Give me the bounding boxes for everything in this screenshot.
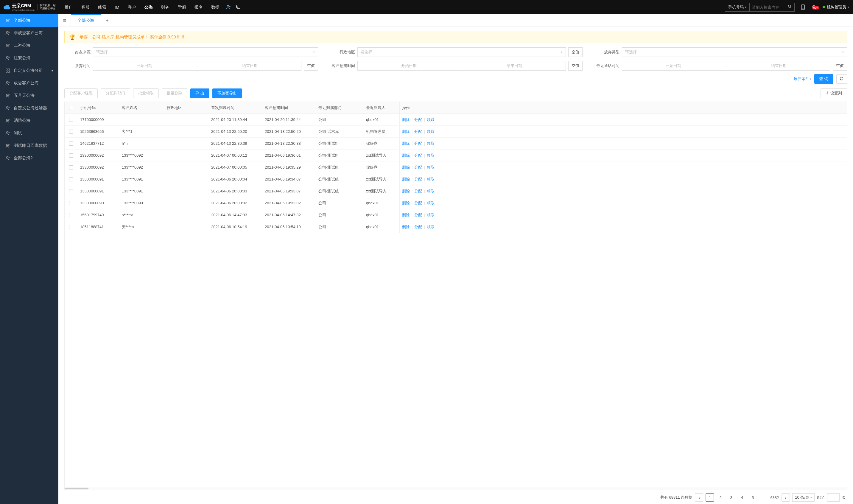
row-claim-link[interactable]: 领取 <box>427 200 435 206</box>
sidebar-item-测试昨日回库数据[interactable]: 测试昨日回库数据 <box>0 139 58 152</box>
row-delete-link[interactable]: 删除 <box>402 129 410 134</box>
nav-财务[interactable]: 财务 <box>157 0 174 14</box>
set-columns-button[interactable]: 设置列 <box>820 88 847 98</box>
row-delete-link[interactable]: 删除 <box>402 224 410 230</box>
assign-dept-button[interactable]: 分配到部门 <box>101 88 130 98</box>
pager-page[interactable]: 4 <box>738 493 746 502</box>
filter-select[interactable]: 请选择▾ <box>93 47 318 57</box>
nav-公海[interactable]: 公海 <box>140 0 157 14</box>
search-icon[interactable] <box>785 4 794 10</box>
sidebar-item-测试[interactable]: 测试 <box>0 127 58 139</box>
row-delete-link[interactable]: 删除 <box>402 141 410 146</box>
tab-add-button[interactable]: + <box>101 14 113 26</box>
row-assign-link[interactable]: 分配 <box>414 177 422 182</box>
row-checkbox[interactable] <box>69 201 73 205</box>
sidebar-item-注安公海[interactable]: 注安公海 <box>0 52 58 64</box>
row-delete-link[interactable]: 删除 <box>402 188 410 194</box>
tabs-toggle-icon[interactable] <box>58 14 71 26</box>
tab-all-pool[interactable]: 全部公海 <box>71 14 101 26</box>
refresh-button[interactable] <box>836 74 847 84</box>
row-delete-link[interactable]: 删除 <box>402 165 410 170</box>
row-assign-link[interactable]: 分配 <box>414 153 422 158</box>
pager-next[interactable]: › <box>781 493 790 502</box>
pager-page[interactable]: 5 <box>748 493 757 502</box>
filter-null-button[interactable]: 空值 <box>568 61 583 71</box>
nav-推广[interactable]: 推广 <box>60 0 77 14</box>
sidebar-item-二咨公海[interactable]: 二咨公海 <box>0 39 58 52</box>
pager-page[interactable]: 6882 <box>770 493 779 502</box>
row-checkbox[interactable] <box>69 118 73 122</box>
row-assign-link[interactable]: 分配 <box>414 188 422 194</box>
row-checkbox[interactable] <box>69 130 73 134</box>
row-delete-link[interactable]: 删除 <box>402 200 410 206</box>
mobile-icon[interactable] <box>798 4 808 10</box>
batch-claim-button[interactable]: 批量领取 <box>133 88 159 98</box>
sidebar-item-成交客户公海[interactable]: 成交客户公海 <box>0 77 58 89</box>
pager-page[interactable]: 1 <box>706 493 714 502</box>
row-checkbox[interactable] <box>69 142 73 146</box>
row-claim-link[interactable]: 领取 <box>427 117 435 122</box>
sidebar-item-五月天公海[interactable]: 五月天公海 <box>0 89 58 102</box>
row-claim-link[interactable]: 领取 <box>427 153 435 158</box>
filter-null-button[interactable]: 空值 <box>568 47 583 57</box>
sidebar-item-非成交客户公海[interactable]: 非成交客户公海 <box>0 27 58 39</box>
user-dropdown[interactable]: 机构管理员 ▾ <box>823 4 849 10</box>
row-delete-link[interactable]: 删除 <box>402 177 410 182</box>
row-claim-link[interactable]: 领取 <box>427 188 435 194</box>
row-claim-link[interactable]: 领取 <box>427 141 435 146</box>
row-claim-link[interactable]: 领取 <box>427 129 435 134</box>
pager-prev[interactable]: ‹ <box>695 493 703 502</box>
phone-icon[interactable] <box>233 5 243 10</box>
add-user-icon[interactable] <box>224 4 233 10</box>
nav-客户[interactable]: 客户 <box>124 0 140 14</box>
page-size-select[interactable]: 10 条/页▾ <box>792 493 815 502</box>
row-delete-link[interactable]: 删除 <box>402 153 410 158</box>
filter-select[interactable]: 请选择▾ <box>622 47 847 57</box>
sidebar-item-消防公海[interactable]: 消防公海 <box>0 114 58 127</box>
export-noenc-button[interactable]: 不加密导出 <box>212 88 242 98</box>
row-checkbox[interactable] <box>69 177 73 181</box>
nav-线索[interactable]: 线索 <box>94 0 110 14</box>
nav-报名[interactable]: 报名 <box>190 0 207 14</box>
export-button[interactable]: 导 出 <box>190 88 210 98</box>
filter-date-range[interactable]: 开始日期~结束日期 <box>93 61 302 71</box>
nav-IM[interactable]: IM <box>110 0 124 14</box>
nav-数据[interactable]: 数据 <box>207 0 224 14</box>
nav-学服[interactable]: 学服 <box>174 0 190 14</box>
row-claim-link[interactable]: 领取 <box>427 224 435 230</box>
sidebar-item-自定义公海分组[interactable]: 自定义公海分组▾ <box>0 64 58 77</box>
filter-null-button[interactable]: 空值 <box>833 61 847 71</box>
sidebar-item-自定义公海过滤器[interactable]: 自定义公海过滤器 <box>0 102 58 114</box>
row-checkbox[interactable] <box>69 225 73 229</box>
row-checkbox[interactable] <box>69 154 73 158</box>
select-all-checkbox[interactable] <box>69 106 73 110</box>
row-claim-link[interactable]: 领取 <box>427 177 435 182</box>
horizontal-scrollbar[interactable] <box>65 487 847 490</box>
assign-manager-button[interactable]: 分配客户经理 <box>64 88 98 98</box>
row-checkbox[interactable] <box>69 189 73 193</box>
sidebar-item-全部公海2[interactable]: 全部公海2 <box>0 152 58 164</box>
search-button[interactable]: 查 询 <box>814 74 833 84</box>
nav-客服[interactable]: 客服 <box>77 0 94 14</box>
row-assign-link[interactable]: 分配 <box>414 224 422 230</box>
batch-delete-button[interactable]: 批量删除 <box>162 88 187 98</box>
filter-date-range[interactable]: 开始日期~结束日期 <box>358 61 566 71</box>
filter-null-button[interactable]: 空值 <box>304 61 318 71</box>
row-delete-link[interactable]: 删除 <box>402 117 410 122</box>
search-type-select[interactable]: 手机号码▾ <box>725 3 750 11</box>
pager-jump-input[interactable] <box>827 493 840 502</box>
row-assign-link[interactable]: 分配 <box>414 200 422 206</box>
row-assign-link[interactable]: 分配 <box>414 117 422 122</box>
pager-page[interactable]: 3 <box>727 493 736 502</box>
logo[interactable]: 云朵CRM www.yunduocrm.com 教育机构一站 式服务云平台 <box>4 3 56 11</box>
row-claim-link[interactable]: 领取 <box>427 212 435 218</box>
row-claim-link[interactable]: 领取 <box>427 165 435 170</box>
bell-icon[interactable]: 99+ <box>808 5 819 10</box>
row-delete-link[interactable]: 删除 <box>402 212 410 218</box>
row-assign-link[interactable]: 分配 <box>414 141 422 146</box>
row-assign-link[interactable]: 分配 <box>414 165 422 170</box>
filter-select[interactable]: 请选择▾ <box>358 47 566 57</box>
sidebar-item-全部公海[interactable]: 全部公海 <box>0 14 58 27</box>
expand-conditions-link[interactable]: 展开条件▾ <box>794 76 811 82</box>
filter-date-range[interactable]: 开始日期~结束日期 <box>622 61 830 71</box>
